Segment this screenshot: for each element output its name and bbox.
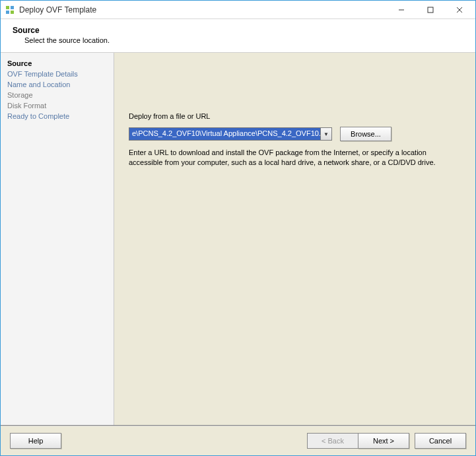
svg-rect-1 — [11, 6, 14, 9]
maximize-button[interactable] — [416, 1, 445, 18]
step-name-location[interactable]: Name and Location — [7, 79, 107, 90]
close-button[interactable] — [445, 1, 474, 18]
wizard-content: Deploy from a file or URL e\PCNS_4.2_OVF… — [114, 53, 475, 425]
source-path-combo[interactable]: e\PCNS_4.2_OVF10\Virtual Appliance\PCNS_… — [129, 127, 332, 141]
wizard-footer: Help < Back Next > Cancel — [1, 425, 475, 455]
svg-rect-5 — [428, 7, 433, 13]
header-subtitle: Select the source location. — [13, 36, 463, 44]
nav-button-group: < Back Next > — [307, 433, 409, 449]
chevron-down-icon[interactable]: ▼ — [320, 127, 332, 141]
header-title: Source — [13, 26, 463, 35]
step-source[interactable]: Source — [7, 58, 107, 69]
source-hint-text: Enter a URL to download and install the … — [129, 148, 446, 168]
titlebar: Deploy OVF Template — [1, 1, 475, 19]
window-title: Deploy OVF Template — [19, 5, 387, 15]
minimize-button[interactable] — [387, 1, 416, 18]
back-button[interactable]: < Back — [307, 433, 358, 449]
browse-button[interactable]: Browse... — [340, 127, 391, 141]
source-input-row: e\PCNS_4.2_OVF10\Virtual Appliance\PCNS_… — [129, 127, 461, 141]
wizard-steps-sidebar: Source OVF Template Details Name and Loc… — [1, 53, 114, 425]
source-path-input[interactable]: e\PCNS_4.2_OVF10\Virtual Appliance\PCNS_… — [129, 127, 320, 141]
step-storage[interactable]: Storage — [7, 90, 107, 100]
step-disk-format[interactable]: Disk Format — [7, 100, 107, 111]
cancel-button[interactable]: Cancel — [415, 433, 466, 449]
step-ready-complete[interactable]: Ready to Complete — [7, 111, 107, 121]
step-ovf-details[interactable]: OVF Template Details — [7, 69, 107, 79]
svg-rect-0 — [6, 6, 9, 9]
app-icon — [5, 5, 15, 15]
next-button[interactable]: Next > — [358, 433, 409, 449]
svg-rect-2 — [6, 11, 9, 14]
help-button[interactable]: Help — [10, 433, 61, 449]
svg-rect-3 — [11, 11, 14, 14]
deploy-prompt-label: Deploy from a file or URL — [129, 112, 461, 120]
wizard-body: Source OVF Template Details Name and Loc… — [1, 52, 475, 425]
wizard-header: Source Select the source location. — [1, 19, 475, 52]
